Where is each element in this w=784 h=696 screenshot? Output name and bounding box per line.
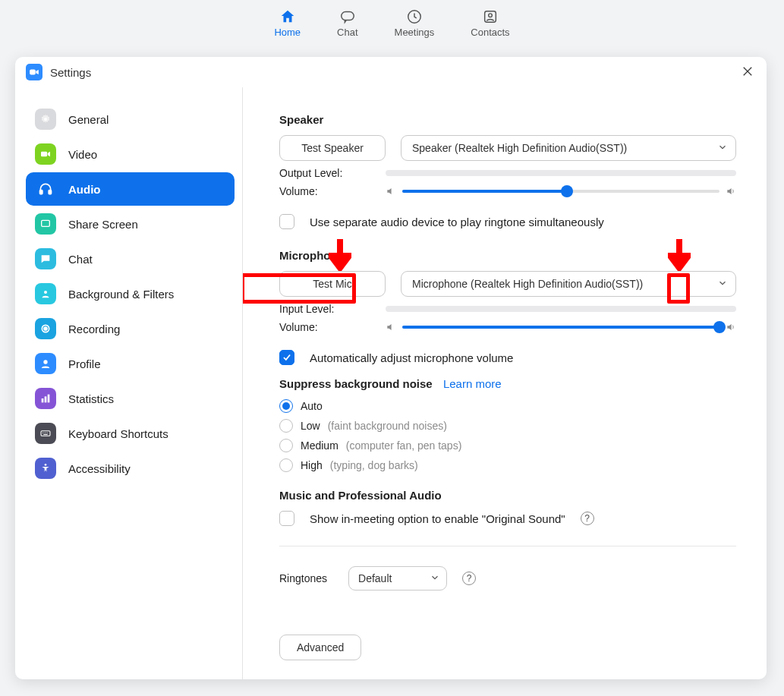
microphone-device-select[interactable]: Microphone (Realtek High Definition Audi… <box>401 271 736 297</box>
app-top-nav: Home Chat Meetings Contacts <box>0 0 784 46</box>
suppress-radio-low[interactable] <box>279 419 293 433</box>
svg-point-22 <box>45 464 47 466</box>
sidebar-item-share-screen[interactable]: Share Screen <box>26 207 235 241</box>
separate-ringtone-checkbox[interactable] <box>279 214 294 229</box>
svg-point-19 <box>45 433 46 433</box>
sidebar-label: Keyboard Shortcuts <box>68 427 168 440</box>
sidebar-item-recording[interactable]: Recording <box>26 312 235 345</box>
sidebar-item-background-filters[interactable]: Background & Filters <box>26 277 235 310</box>
speaker-high-icon <box>726 322 736 332</box>
home-icon <box>279 8 296 25</box>
help-icon[interactable]: ? <box>462 572 476 585</box>
svg-rect-9 <box>42 220 50 226</box>
chat-icon <box>339 8 356 25</box>
svg-point-20 <box>46 433 47 433</box>
sidebar-item-audio[interactable]: Audio <box>26 172 235 206</box>
speaker-volume-slider[interactable] <box>386 186 736 197</box>
radio-label: High <box>301 459 323 471</box>
clock-icon <box>406 8 423 25</box>
auto-adjust-label: Automatically adjust microphone volume <box>310 351 513 364</box>
svg-point-12 <box>44 327 47 330</box>
svg-rect-21 <box>43 434 47 435</box>
test-mic-button[interactable]: Test Mic <box>279 271 386 297</box>
svg-rect-14 <box>42 398 44 402</box>
input-level-label: Input Level: <box>279 303 370 315</box>
radio-hint: (typing, dog barks) <box>330 459 418 471</box>
settings-window: Settings General Video Audio Share Scree… <box>15 57 767 679</box>
separate-ringtone-label: Use separate audio device to play ringto… <box>310 216 604 228</box>
ringtones-value: Default <box>358 572 392 584</box>
speaker-device-select[interactable]: Speaker (Realtek High Definition Audio(S… <box>401 135 736 161</box>
nav-label: Chat <box>337 27 357 38</box>
sidebar-label: Profile <box>68 357 101 370</box>
speaker-high-icon <box>726 186 736 197</box>
suppress-radio-high[interactable] <box>279 458 293 472</box>
sidebar-item-chat[interactable]: Chat <box>26 242 235 276</box>
sidebar-item-general[interactable]: General <box>26 102 235 136</box>
speaker-heading: Speaker <box>279 113 736 126</box>
help-icon[interactable]: ? <box>581 512 594 525</box>
close-button[interactable] <box>741 65 756 80</box>
audio-settings-panel: Speaker Test Speaker Speaker (Realtek Hi… <box>243 87 767 679</box>
microphone-heading: Microphone <box>279 249 736 262</box>
profile-icon <box>35 353 56 374</box>
nav-contacts[interactable]: Contacts <box>471 8 509 38</box>
sidebar-label: Share Screen <box>68 218 138 231</box>
nav-label: Home <box>274 27 301 38</box>
gear-icon <box>35 109 56 130</box>
sidebar-label: General <box>68 113 109 126</box>
mic-volume-slider[interactable] <box>386 322 736 332</box>
speaker-device-value: Speaker (Realtek High Definition Audio(S… <box>412 142 627 154</box>
sidebar-item-accessibility[interactable]: Accessibility <box>26 452 235 485</box>
original-sound-checkbox[interactable] <box>279 511 294 526</box>
svg-rect-7 <box>40 191 43 194</box>
sidebar-item-statistics[interactable]: Statistics <box>26 382 235 415</box>
window-title: Settings <box>50 66 91 79</box>
sidebar-label: Video <box>68 148 97 161</box>
svg-rect-0 <box>342 11 354 20</box>
sidebar-label: Statistics <box>68 392 114 405</box>
chevron-down-icon <box>430 572 440 583</box>
keyboard-icon <box>35 423 56 444</box>
speaker-low-icon <box>386 186 396 197</box>
test-speaker-button[interactable]: Test Speaker <box>279 135 386 161</box>
speaker-volume-label: Volume: <box>279 185 370 197</box>
video-icon <box>35 143 56 165</box>
nav-home[interactable]: Home <box>274 8 301 38</box>
svg-rect-4 <box>30 70 36 75</box>
stats-icon <box>35 388 56 409</box>
suppress-radio-auto[interactable] <box>279 399 293 413</box>
sidebar-label: Chat <box>68 253 93 266</box>
output-level-meter <box>386 170 736 176</box>
svg-point-13 <box>43 360 47 364</box>
sidebar-item-profile[interactable]: Profile <box>26 347 235 380</box>
sidebar-label: Background & Filters <box>68 288 174 301</box>
advanced-button[interactable]: Advanced <box>279 635 361 660</box>
sidebar-label: Accessibility <box>68 462 131 475</box>
suppress-radio-medium[interactable] <box>279 439 293 452</box>
titlebar: Settings <box>15 57 767 87</box>
radio-hint: (faint background noises) <box>328 420 447 432</box>
sidebar-item-video[interactable]: Video <box>26 137 235 171</box>
nav-label: Meetings <box>395 27 435 38</box>
input-level-meter <box>386 306 736 312</box>
nav-chat[interactable]: Chat <box>337 8 357 38</box>
record-icon <box>35 318 56 339</box>
sidebar-label: Recording <box>68 323 120 335</box>
radio-label: Medium <box>301 439 338 452</box>
music-heading: Music and Professional Audio <box>279 489 736 502</box>
sidebar-item-keyboard-shortcuts[interactable]: Keyboard Shortcuts <box>26 417 235 450</box>
chevron-down-icon <box>717 278 728 288</box>
radio-hint: (computer fan, pen taps) <box>346 439 462 452</box>
ringtones-label: Ringtones <box>279 572 327 584</box>
svg-rect-16 <box>48 395 50 403</box>
auto-adjust-checkbox[interactable] <box>279 350 294 365</box>
svg-point-3 <box>489 13 493 17</box>
nav-meetings[interactable]: Meetings <box>395 8 435 38</box>
svg-point-10 <box>44 291 47 294</box>
svg-rect-6 <box>41 152 47 157</box>
learn-more-link[interactable]: Learn more <box>443 377 502 390</box>
headphones-icon <box>35 178 56 200</box>
ringtones-select[interactable]: Default <box>348 566 447 590</box>
background-icon <box>35 283 56 304</box>
